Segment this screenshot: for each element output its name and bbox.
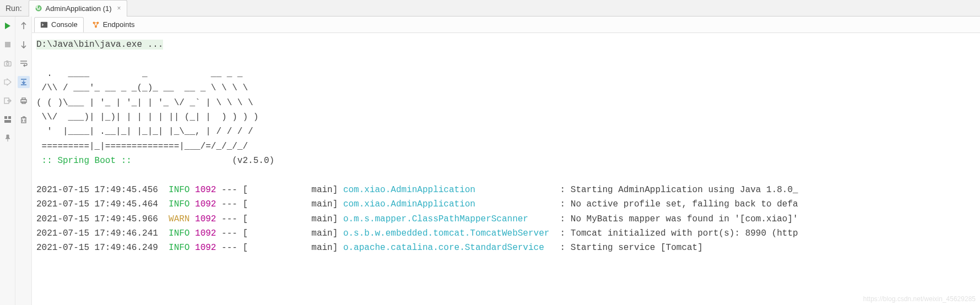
console-toolbar — [15, 17, 32, 305]
layout-icon[interactable] — [2, 113, 14, 126]
soft-wrap-icon[interactable] — [18, 57, 30, 69]
exit-icon[interactable] — [2, 95, 14, 107]
run-config-tab-label: AdminApplication (1) — [46, 4, 112, 13]
svg-point-4 — [6, 63, 8, 65]
scroll-to-end-icon[interactable] — [18, 76, 30, 88]
svg-rect-14 — [41, 21, 47, 28]
spring-boot-icon — [35, 4, 42, 12]
print-icon[interactable] — [18, 95, 30, 107]
left-toolbar — [0, 17, 15, 305]
svg-rect-11 — [22, 98, 25, 100]
stop-button[interactable] — [2, 39, 14, 51]
run-label: Run: — [6, 4, 22, 13]
console-output[interactable]: D:\Java\bin\java.exe ... . ____ _ __ _ _… — [32, 33, 980, 305]
svg-rect-5 — [6, 61, 8, 62]
tab-endpoints[interactable]: Endpoints — [86, 17, 141, 32]
svg-rect-8 — [8, 116, 11, 119]
run-config-tab[interactable]: AdminApplication (1) × — [29, 0, 127, 17]
svg-rect-2 — [5, 42, 10, 47]
camera-icon[interactable] — [2, 57, 14, 69]
pin-icon[interactable] — [2, 132, 14, 144]
tab-console[interactable]: Console — [34, 17, 84, 32]
trash-icon[interactable] — [18, 113, 30, 126]
run-toolbar: Run: AdminApplication (1) × — [0, 0, 980, 17]
svg-rect-9 — [4, 120, 11, 123]
tab-endpoints-label: Endpoints — [103, 20, 135, 29]
arrow-down-icon[interactable] — [18, 39, 30, 51]
subtab-bar: Console Endpoints — [32, 17, 980, 33]
rerun-button[interactable] — [2, 20, 14, 32]
tab-console-label: Console — [51, 20, 78, 29]
close-icon[interactable]: × — [117, 4, 121, 12]
svg-rect-13 — [21, 118, 26, 123]
debug-icon[interactable] — [2, 76, 14, 88]
svg-rect-7 — [4, 116, 7, 119]
arrow-up-icon[interactable] — [18, 20, 30, 32]
